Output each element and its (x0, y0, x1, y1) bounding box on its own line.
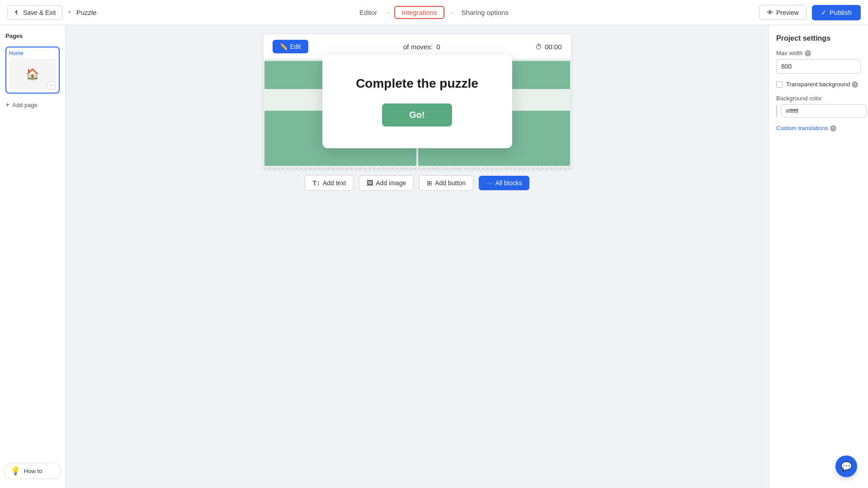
clock-icon: ⏱ (535, 43, 542, 51)
all-blocks-button[interactable]: ··· All blocks (479, 176, 529, 190)
sidebar: Pages Home 🏠 ··· + Add page 💡 How to (0, 25, 66, 488)
arrow-icon-2: → (448, 9, 454, 16)
page-more-button[interactable]: ··· (47, 81, 56, 90)
max-width-input[interactable] (776, 59, 861, 74)
add-button-button[interactable]: ⊞ Add button (419, 175, 473, 191)
page-card-home[interactable]: Home 🏠 ··· (5, 47, 60, 94)
dashed-separator (264, 168, 571, 169)
plus-icon: + (5, 101, 9, 109)
transparent-bg-label: Transparent background ? (786, 81, 858, 88)
nav-left: Save & Exit • Puzzle (7, 5, 97, 20)
chat-icon: 💬 (841, 461, 852, 472)
overlay-title: Complete the puzzle (349, 76, 485, 91)
nav-right: 👁 Preview ✓ Publish (759, 5, 861, 20)
chat-button[interactable]: 💬 (835, 455, 857, 477)
transparent-bg-checkbox[interactable] (776, 81, 783, 88)
puzzle-graphic: Complete the puzzle Go! (264, 59, 571, 168)
text-icon: T↕ (312, 179, 320, 187)
color-input[interactable] (781, 104, 867, 117)
bulb-icon: 💡 (10, 466, 20, 476)
image-icon: 🖼 (367, 179, 373, 187)
transparent-bg-info-icon[interactable]: ? (852, 81, 858, 88)
howto-bar[interactable]: 💡 How to (4, 463, 61, 479)
home-thumb-icon: 🏠 (26, 68, 39, 80)
check-icon: ✓ (821, 9, 827, 17)
canvas-area: ✏️ Edit of moves: 0 ⏱ 00:00 (66, 25, 769, 488)
widget-container: ✏️ Edit of moves: 0 ⏱ 00:00 (264, 34, 571, 169)
go-button[interactable]: Go! (382, 103, 452, 127)
max-width-info-icon[interactable]: ? (805, 50, 811, 56)
right-panel: Project settings Max width ? Transparent… (769, 25, 868, 488)
add-page-button[interactable]: + Add page (5, 101, 60, 109)
puzzle-overlay: Complete the puzzle Go! (322, 55, 512, 148)
max-width-label: Max width ? (776, 50, 861, 56)
project-name: Puzzle (76, 9, 97, 16)
howto-label: How to (24, 468, 42, 474)
add-image-button[interactable]: 🖼 Add image (359, 175, 414, 191)
sidebar-title: Pages (5, 33, 60, 39)
nav-step-editor[interactable]: Editor (356, 7, 381, 18)
preview-button[interactable]: 👁 Preview (759, 5, 807, 20)
bg-color-label: Background color (776, 95, 861, 102)
color-swatch[interactable] (776, 105, 777, 117)
pencil-icon: ✏️ (280, 43, 288, 50)
add-text-button[interactable]: T↕ Add text (305, 175, 354, 191)
arrow-icon-1: → (384, 9, 391, 16)
main-layout: Pages Home 🏠 ··· + Add page 💡 How to ✏️ … (0, 25, 868, 488)
panel-title: Project settings (776, 34, 861, 42)
bg-color-row (776, 104, 861, 117)
page-card-label: Home (9, 50, 56, 56)
nav-step-sharing[interactable]: Sharing options (458, 7, 512, 18)
transparent-bg-row: Transparent background ? (776, 81, 861, 88)
dot-separator: • (68, 8, 71, 17)
edit-button[interactable]: ✏️ Edit (273, 40, 308, 53)
publish-button[interactable]: ✓ Publish (812, 5, 861, 20)
nav-step-integrations[interactable]: Integrations (394, 6, 444, 19)
top-navigation: Save & Exit • Puzzle Editor → Integratio… (0, 0, 868, 25)
nav-steps: Editor → Integrations → Sharing options (356, 6, 512, 19)
eye-icon: 👁 (767, 9, 774, 16)
moves-display: of moves: 0 (403, 43, 440, 51)
timer-display: ⏱ 00:00 (535, 43, 562, 51)
button-icon: ⊞ (427, 179, 432, 187)
bottom-toolbar: T↕ Add text 🖼 Add image ⊞ Add button ···… (305, 175, 529, 191)
custom-translations-link[interactable]: Custom translations ? (776, 125, 861, 131)
save-exit-button[interactable]: Save & Exit (7, 5, 62, 20)
dots-icon: ··· (486, 179, 493, 187)
custom-translations-info-icon[interactable]: ? (830, 125, 836, 131)
